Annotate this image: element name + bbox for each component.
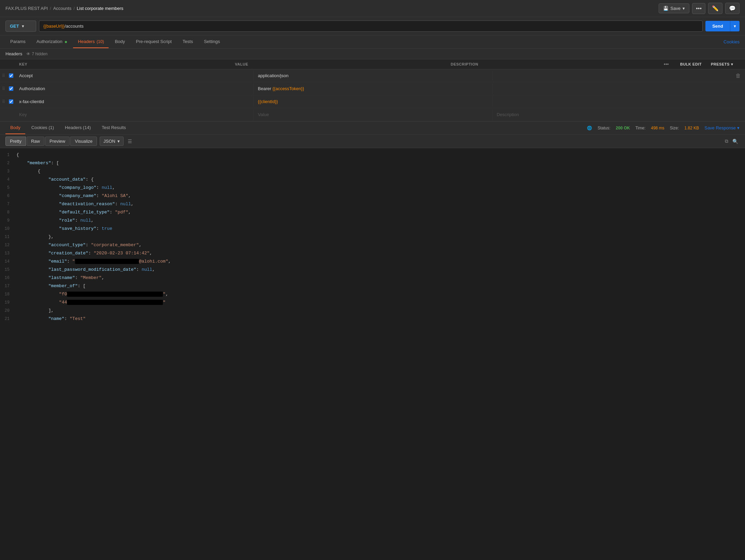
row-check-1[interactable] <box>7 73 15 78</box>
line-content-21: "name": "Test" <box>14 315 745 323</box>
checkbox-clientid[interactable] <box>9 99 13 104</box>
authorization-dot <box>65 41 67 43</box>
headers-badge: (10) <box>97 39 104 44</box>
size-label: Size: <box>670 126 679 130</box>
code-line-11: 11 }, <box>0 233 745 241</box>
send-button-group: Send ▾ <box>705 21 740 31</box>
time-label: Time: <box>635 126 646 130</box>
row-check-2[interactable] <box>7 86 15 91</box>
tab-tests[interactable]: Tests <box>178 36 198 48</box>
presets-button[interactable]: Presets ▾ <box>708 62 742 67</box>
line-content-5: "company_logo": null, <box>14 184 745 192</box>
header-row-empty: Key Value Description <box>0 108 745 121</box>
save-dropdown-icon: ▾ <box>683 6 685 11</box>
response-tabs-bar: Body Cookies (1) Headers (14) Test Resul… <box>0 122 745 135</box>
checkbox-accept[interactable] <box>9 73 13 78</box>
row-key-authorization[interactable]: Authorization <box>15 83 254 94</box>
tab-authorization-label: Authorization <box>37 39 62 44</box>
row-value-clientid[interactable]: {{clientId}} <box>254 96 492 107</box>
response-tab-cookies[interactable]: Cookies (1) <box>27 122 59 134</box>
row-desc-accept[interactable] <box>493 73 731 79</box>
headers-toolbar: Headers 👁 7 hidden <box>0 48 745 59</box>
tab-headers[interactable]: Headers (10) <box>73 36 109 48</box>
row-desc-authorization[interactable] <box>493 86 731 92</box>
code-line-8: 8 "default_file_type": "pdf", <box>0 208 745 216</box>
response-size: 1.82 KB <box>685 126 699 130</box>
format-tab-preview[interactable]: Preview <box>45 137 70 146</box>
format-tabs: Pretty Raw Preview Visualize <box>5 137 97 146</box>
format-tab-pretty[interactable]: Pretty <box>5 137 26 146</box>
send-dropdown-button[interactable]: ▾ <box>730 21 740 31</box>
member-id-2-redacted: ████████████████████████████████████ <box>67 300 163 305</box>
tab-params[interactable]: Params <box>5 36 30 48</box>
tab-body[interactable]: Body <box>110 36 130 48</box>
line-content-1: { <box>14 151 745 159</box>
url-display[interactable]: {{baseUrl}}/accounts <box>39 20 703 32</box>
save-response-button[interactable]: Save Response ▾ <box>704 125 740 130</box>
send-label: Send <box>712 24 723 29</box>
tab-pre-request[interactable]: Pre-request Script <box>131 36 177 48</box>
table-header-row: KEY VALUE DESCRIPTION ••• Bulk Edit Pres… <box>0 59 745 69</box>
more-options-button[interactable]: ••• <box>692 3 705 14</box>
code-line-18: 18 "f0██████████████████████████████████… <box>0 290 745 298</box>
row-value-authorization[interactable]: Bearer {{accessToken}} <box>254 83 492 94</box>
format-tab-raw[interactable]: Raw <box>27 137 44 146</box>
breadcrumb-part1: FAX.PLUS REST API <box>5 6 48 11</box>
response-time: 498 ms <box>651 126 664 130</box>
bulk-edit-button[interactable]: Bulk Edit <box>677 62 708 66</box>
email-redacted: ████████████████████████ <box>75 259 139 264</box>
wrap-icon: ☰ <box>128 139 132 144</box>
line-content-8: "default_file_type": "pdf", <box>14 208 745 216</box>
cookies-link[interactable]: Cookies <box>723 36 740 48</box>
breadcrumb-current: List corporate members <box>77 6 124 11</box>
line-content-7: "deactivation_reason": null, <box>14 200 745 208</box>
line-num-1: 1 <box>0 151 14 159</box>
save-button[interactable]: 💾 Save ▾ <box>659 3 690 13</box>
edit-button[interactable]: ✏️ <box>708 3 722 14</box>
top-bar-actions: 💾 Save ▾ ••• ✏️ 💬 <box>659 3 740 14</box>
row-value-accept[interactable]: application/json <box>254 70 492 81</box>
format-select[interactable]: JSON ▾ <box>100 137 124 146</box>
code-line-10: 10 "save_history": true <box>0 225 745 233</box>
chat-icon: 💬 <box>729 5 736 11</box>
line-num-16: 16 <box>0 274 14 282</box>
search-button[interactable]: 🔍 <box>731 137 740 145</box>
response-tab-headers[interactable]: Headers (14) <box>60 122 96 134</box>
response-tab-body[interactable]: Body <box>5 122 25 134</box>
tab-settings[interactable]: Settings <box>199 36 225 48</box>
copy-button[interactable]: ⧉ <box>723 137 730 145</box>
row-value-empty[interactable]: Value <box>254 109 492 120</box>
breadcrumb-sep1: / <box>50 6 51 11</box>
tab-headers-label: Headers <box>78 39 95 44</box>
cookies-label: Cookies <box>723 39 740 44</box>
row-desc-empty[interactable]: Description <box>493 109 731 120</box>
row-key-clientid[interactable]: x-fax-clientid <box>15 96 254 107</box>
method-label: GET <box>10 24 19 29</box>
line-content-10: "save_history": true <box>14 225 745 233</box>
row-key-accept[interactable]: Accept <box>15 70 254 81</box>
row-key-empty[interactable]: Key <box>15 109 254 120</box>
format-tab-visualize[interactable]: Visualize <box>70 137 97 146</box>
hidden-badge: 👁 7 hidden <box>26 52 47 56</box>
format-dropdown-icon: ▾ <box>117 139 120 144</box>
save-label: Save <box>671 6 681 11</box>
globe-icon: 🌐 <box>587 126 592 130</box>
code-line-16: 16 "lastname": "Member", <box>0 274 745 282</box>
row-desc-clientid[interactable] <box>493 99 731 104</box>
line-num-8: 8 <box>0 208 14 216</box>
row-check-3[interactable] <box>7 99 15 104</box>
row-handle-3: ⠿ <box>0 99 7 104</box>
send-button[interactable]: Send <box>705 21 730 31</box>
delete-accept-button[interactable]: 🗑 <box>734 71 742 80</box>
line-num-18: 18 <box>0 290 14 298</box>
hidden-count: 7 hidden <box>32 52 47 56</box>
response-tab-test-results[interactable]: Test Results <box>97 122 131 134</box>
comment-button[interactable]: 💬 <box>725 3 740 14</box>
tab-authorization[interactable]: Authorization <box>32 36 72 48</box>
method-select[interactable]: GET ▾ <box>5 20 36 32</box>
col-key-header: KEY <box>16 62 232 66</box>
checkbox-authorization[interactable] <box>9 86 13 91</box>
code-line-20: 20 ], <box>0 307 745 315</box>
wrap-lines-button[interactable]: ☰ <box>126 137 133 145</box>
code-area[interactable]: 1 { 2 "members": [ 3 { 4 "account_data":… <box>0 148 745 560</box>
